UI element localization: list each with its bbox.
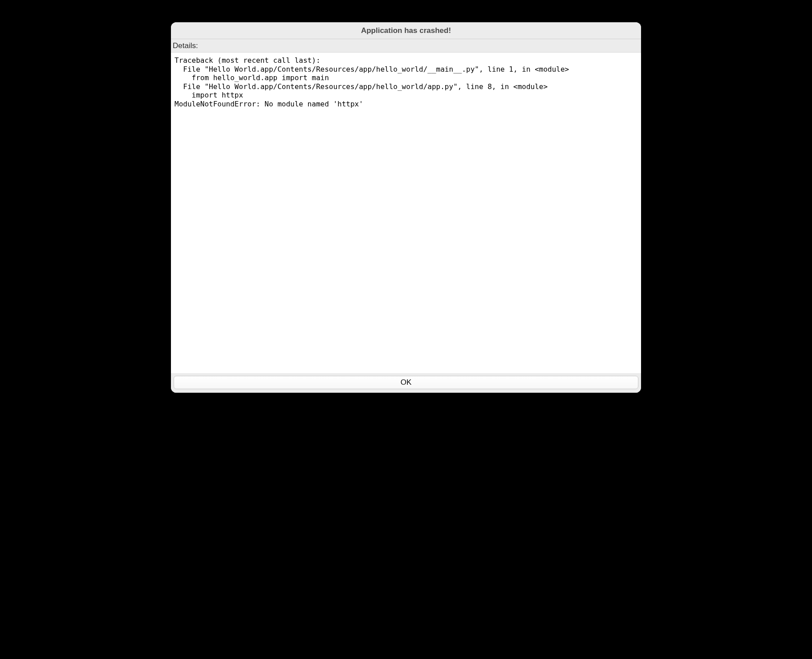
crash-dialog: Application has crashed! Details: Traceb… xyxy=(171,22,641,393)
traceback-text[interactable]: Traceback (most recent call last): File … xyxy=(175,56,637,108)
ok-button[interactable]: OK xyxy=(174,376,638,389)
dialog-titlebar: Application has crashed! xyxy=(171,22,641,39)
details-body[interactable]: Traceback (most recent call last): File … xyxy=(171,53,641,373)
dialog-title: Application has crashed! xyxy=(361,26,451,35)
details-header: Details: xyxy=(171,39,641,53)
dialog-footer: OK xyxy=(171,373,641,393)
details-label: Details: xyxy=(173,41,198,50)
